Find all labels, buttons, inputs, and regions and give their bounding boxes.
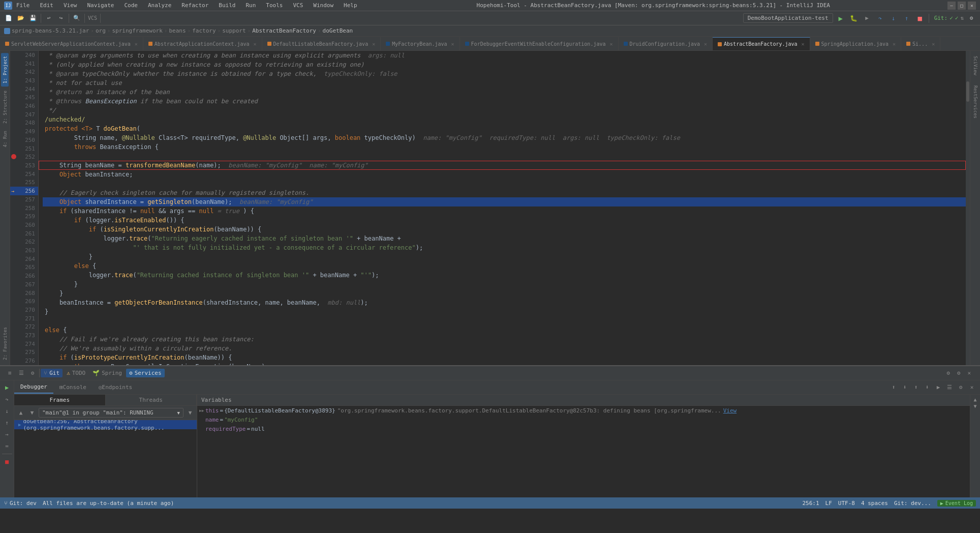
threads-tab[interactable]: Threads [106, 395, 197, 405]
tab-console[interactable]: ⊞ Console [53, 381, 93, 394]
debug-btn-1[interactable]: ⬆ [889, 382, 899, 393]
menu-code[interactable]: Code [122, 1, 140, 10]
run-config-dropdown[interactable]: DemoBootApplication-test [743, 13, 833, 23]
tab-debugger[interactable]: Debugger [14, 381, 53, 394]
breadcrumb-item-method[interactable]: doGetBean [323, 27, 353, 34]
tab-defaultlistable[interactable]: DefaultListableBeanFactory.java ✕ [262, 37, 381, 50]
tab-services-bottom[interactable]: ⚙ Services [126, 369, 165, 377]
tab-endpoints[interactable]: ◎ Endpoints [93, 381, 138, 394]
var-view-this[interactable]: View [723, 407, 737, 414]
thread-down-btn[interactable]: ▼ [27, 408, 37, 418]
debug-stop-btn[interactable]: ■ [2, 457, 12, 467]
stop-debug-button[interactable]: ■ [914, 13, 926, 24]
stop-button[interactable]: ▶ [862, 13, 873, 24]
sidebar-item-project[interactable]: 1: Project [1, 53, 9, 86]
tab-myfactorybean[interactable]: MyFactoryBean.java ✕ [381, 37, 460, 50]
debug-step-over-btn[interactable]: ↷ [2, 394, 12, 404]
debug-btn-settings[interactable]: ⚙ [956, 382, 966, 393]
tab-fordebugger[interactable]: ForDebuggerEventWithEnableConfiguration.… [460, 37, 619, 50]
tab-springapplication[interactable]: SpringApplication.java ✕ [810, 37, 901, 50]
tab-abstractbeanfactory[interactable]: AbstractBeanFactory.java ✕ [713, 37, 810, 50]
var-row-this[interactable]: ▶ this = {DefaultListableBeanFactory@389… [197, 406, 970, 415]
tab-close-myfactorybean[interactable]: ✕ [451, 41, 454, 47]
tab-close-abstractbeanfactory[interactable]: ✕ [802, 41, 805, 47]
tab-abstractapplication[interactable]: AbstractApplicationContext.java ✕ [143, 37, 262, 50]
thread-up-btn[interactable]: ▲ [16, 408, 25, 418]
var-row-name[interactable]: name = "myConfig" [197, 415, 970, 424]
bottom-toolbar-expand[interactable]: ≡ [5, 369, 15, 377]
scrollbar-thumb[interactable] [966, 81, 969, 102]
toolbar-redo[interactable]: ↪ [55, 13, 67, 24]
menu-vcs[interactable]: VCS [291, 1, 305, 10]
debug-btn-close[interactable]: ✕ [967, 382, 977, 393]
bottom-toolbar-settings-icon[interactable]: ⚙ [28, 369, 38, 377]
sidebar-item-restservices[interactable]: RestServices [972, 82, 979, 122]
toolbar-save[interactable]: 💾 [27, 13, 39, 24]
toolbar-search[interactable]: 🔍 [71, 13, 82, 24]
debug-btn-6[interactable]: ☰ [944, 382, 955, 393]
tab-druid[interactable]: DruidConfiguration.java ✕ [619, 37, 713, 50]
toolbar-settings[interactable]: ⚙ [966, 13, 977, 24]
debug-step-into-btn[interactable]: ↓ [2, 406, 12, 416]
vars-collapse-all-btn[interactable]: ▲ [973, 397, 976, 402]
tab-git-bottom[interactable]: ⑂ Git [41, 369, 63, 377]
bottom-settings-btn[interactable]: ⚙ [954, 369, 964, 377]
menu-file[interactable]: File [14, 1, 32, 10]
debug-resume-btn[interactable]: ▶ [2, 382, 12, 393]
tab-close-springapplication[interactable]: ✕ [893, 41, 896, 47]
step-out-button[interactable]: ↑ [901, 13, 912, 24]
maximize-button[interactable]: □ [958, 2, 966, 10]
menu-build[interactable]: Build [217, 1, 237, 10]
status-git-branch[interactable]: Git: dev... [894, 500, 931, 507]
toolbar-open[interactable]: 📂 [15, 13, 26, 24]
breakpoint-indicator-252[interactable] [11, 154, 16, 159]
debug-evaluate-btn[interactable]: = [2, 441, 12, 451]
sidebar-item-structure[interactable]: 2: Structure [1, 87, 9, 127]
sidebar-item-run[interactable]: 4: Run [1, 128, 9, 151]
status-position[interactable]: 256:1 [802, 500, 819, 507]
thread-dropdown[interactable]: "main"@1 in group "main": RUNNING ▼ [39, 408, 183, 418]
status-git-item[interactable]: ⑂ Git: dev [4, 500, 37, 507]
tab-close-druid[interactable]: ✕ [704, 41, 707, 47]
sidebar-item-favorites[interactable]: 2: Favorites [1, 324, 9, 363]
breadcrumb-item-support[interactable]: support [222, 27, 246, 34]
breadcrumb-item-org[interactable]: org [96, 27, 106, 34]
tab-close-abstractapplication[interactable]: ✕ [253, 41, 256, 47]
tab-todo-bottom[interactable]: ⚠ TODO [64, 369, 88, 377]
breadcrumb-item-class[interactable]: AbstractBeanFactory [252, 27, 316, 34]
menu-run[interactable]: Run [243, 1, 258, 10]
tab-close-servletwebserver[interactable]: ✕ [135, 41, 138, 47]
bottom-close-btn[interactable]: ✕ [964, 369, 974, 377]
menu-view[interactable]: View [62, 1, 79, 10]
menu-analyze[interactable]: Analyze [146, 1, 173, 10]
breadcrumb-item-jar[interactable]: spring-beans-5.3.21.jar [12, 27, 89, 34]
menu-navigate[interactable]: Navigate [85, 1, 116, 10]
breadcrumb-item-springframework[interactable]: springframework [112, 27, 162, 34]
step-into-button[interactable]: ↓ [888, 13, 899, 24]
code-content[interactable]: * @param args arguments to use when crea… [39, 51, 966, 365]
debug-step-out-btn[interactable]: ↑ [2, 418, 12, 428]
tab-servletwebserver[interactable]: ServletWebServerApplicationContext.java … [0, 37, 143, 50]
tab-close-defaultlistable[interactable]: ✕ [372, 41, 375, 47]
tab-close-fordebugger[interactable]: ✕ [610, 41, 613, 47]
thread-filter-btn[interactable]: ▼ [186, 408, 195, 418]
var-row-requiredtype[interactable]: requiredType = null [197, 424, 970, 433]
debug-button[interactable]: 🐛 [848, 13, 860, 24]
status-encoding[interactable]: UTF-8 [838, 500, 855, 507]
tab-spring-bottom[interactable]: 🌱 Spring [89, 369, 125, 377]
frames-list[interactable]: ▶ doGetBean:256, AbstractBeanFactory (or… [14, 420, 197, 497]
toolbar-new-file[interactable]: 📄 [3, 13, 14, 24]
menu-tools[interactable]: Tools [264, 1, 285, 10]
bottom-toolbar-list[interactable]: ☰ [16, 369, 27, 377]
run-button[interactable]: ▶ [835, 13, 846, 24]
variables-list[interactable]: ▶ this = {DefaultListableBeanFactory@389… [197, 406, 970, 497]
bottom-gear-btn[interactable]: ⚙ [943, 369, 953, 377]
debug-btn-4[interactable]: ⬇ [922, 382, 932, 393]
sidebar-item-sciview[interactable]: SciView [972, 53, 979, 78]
debug-btn-5[interactable]: ▶ [933, 382, 943, 393]
breadcrumb-item-beans[interactable]: beans [169, 27, 186, 34]
debug-run-cursor-btn[interactable]: → [2, 429, 12, 439]
minimize-button[interactable]: — [947, 2, 956, 10]
vertical-scrollbar[interactable] [966, 51, 970, 365]
tab-si[interactable]: Si... ✕ [901, 37, 940, 50]
